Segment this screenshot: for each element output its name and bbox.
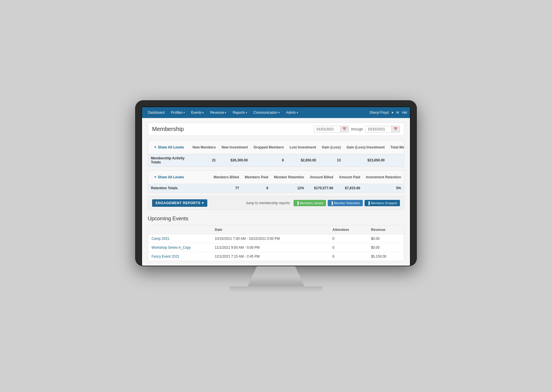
nav-admin[interactable]: Admin ▾	[283, 108, 301, 117]
engagement-reports-button[interactable]: ENGAGEMENT REPORTS ▾	[152, 199, 207, 207]
event-date: 12/1/2021 7:15 AM - 2:45 PM	[211, 252, 329, 261]
events-table-wrapper: Date Attendees Revenue Camp 2021 10/15/2…	[148, 225, 404, 261]
main-content: Membership 📅 through 📅	[142, 118, 410, 266]
nav-communication[interactable]: Communication ▾	[251, 108, 283, 117]
membership-totals-gain-loss-investment: $23,650.00	[344, 154, 388, 166]
retention-totals-members-paid: 9	[242, 184, 271, 192]
chevron-down-icon-2: ▼	[154, 175, 157, 179]
chevron-down-icon-1: ▼	[154, 146, 157, 149]
membership-activity-table: ▼ Show All Levels New Members New Invest…	[148, 141, 404, 167]
show-all-levels-btn-2[interactable]: ▼ Show All Levels	[151, 173, 208, 181]
nav-events[interactable]: Events ▾	[188, 108, 207, 117]
page-header: Membership 📅 through 📅	[148, 123, 404, 136]
event-row: Workshop Series A_Copy 11/1/2021 9:00 AM…	[148, 243, 404, 252]
col-gain-loss: Gain (Loss)	[319, 141, 344, 154]
retention-section: ▼ Show All Levels Members Billed Members…	[148, 170, 404, 193]
event-attendees: 0	[329, 234, 367, 243]
page-title: Membership	[152, 126, 184, 132]
retention-table: ▼ Show All Levels Members Billed Members…	[148, 171, 404, 192]
date-to-calendar-button[interactable]: 📅	[391, 126, 400, 132]
retention-totals-row: Retention Totals 77 9 12% $170,577.60 $7…	[148, 184, 404, 192]
event-revenue: $0.00	[367, 234, 404, 243]
retention-totals-label: Retention Totals	[148, 184, 211, 192]
date-to-input[interactable]	[365, 126, 391, 132]
retention-totals-members-billed: 77	[211, 184, 242, 192]
nav-reports[interactable]: Reports ▾	[230, 108, 250, 117]
member-retention-button[interactable]: ▐ Member Retention	[328, 200, 363, 206]
message-icon[interactable]: ✉	[396, 111, 399, 115]
date-to-wrapper: 📅	[365, 126, 400, 133]
col-gain-loss-investment: Gain (Loss) Investment	[344, 141, 388, 154]
help-label[interactable]: Hel	[402, 111, 407, 115]
membership-totals-label: Membership Activity Totals	[148, 154, 190, 166]
col-members-billed: Members Billed	[211, 171, 242, 184]
membership-totals-new-members: 21	[190, 154, 219, 166]
col-new-investment: New Investment	[219, 141, 251, 154]
upcoming-events-title: Upcoming Events	[148, 216, 404, 222]
membership-totals-dropped-members: 8	[251, 154, 287, 166]
col-members-paid: Members Paid	[242, 171, 271, 184]
revenue-chevron-icon: ▾	[225, 111, 226, 114]
event-revenue: $5,150.00	[367, 252, 404, 261]
jump-section: Jump to membership reports: ▐ Members Jo…	[246, 200, 400, 206]
col-investment-retention: Investment Retention	[363, 171, 404, 184]
col-new-members: New Members	[190, 141, 219, 154]
membership-totals-gain-loss: 13	[319, 154, 344, 166]
date-from-input[interactable]	[314, 126, 340, 132]
event-revenue: $0.00	[367, 243, 404, 252]
nav-profiles[interactable]: Profiles ▾	[168, 108, 188, 117]
event-attendees: 6	[329, 252, 367, 261]
membership-activity-table-container: ▼ Show All Levels New Members New Invest…	[148, 141, 404, 167]
membership-totals-row: Membership Activity Totals 21 $26,300.00…	[148, 154, 404, 166]
nav-dashboard[interactable]: Dashboard	[145, 108, 168, 117]
event-name-link[interactable]: Fancy Event 2021	[152, 254, 179, 258]
col-dropped-members: Dropped Members	[251, 141, 287, 154]
retention-totals-member-retention: 12%	[271, 184, 307, 192]
navbar: Dashboard Profiles ▾ Events ▾ Revenue ▾	[142, 107, 410, 118]
events-col-name	[148, 225, 211, 234]
bar-chart-icon-2: ▐	[331, 201, 333, 205]
date-from-wrapper: 📅	[314, 126, 349, 133]
date-range: 📅 through 📅	[314, 126, 400, 133]
upcoming-events-section: Upcoming Events Date Attendees Revenue	[148, 216, 404, 261]
nav-right: Sheryl Floyd ▾ ✉ Hel	[369, 111, 407, 115]
col-amount-paid: Amount Paid	[336, 171, 363, 184]
communication-chevron-icon: ▾	[278, 111, 280, 114]
retention-totals-amount-billed: $170,577.60	[307, 184, 336, 192]
members-dropped-button[interactable]: ▐ Members Dropped	[365, 200, 400, 206]
events-col-date: Date	[211, 225, 329, 234]
show-all-levels-btn-1[interactable]: ▼ Show All Levels	[151, 143, 187, 152]
col-lost-investment: Lost Investment	[287, 141, 319, 154]
jump-label: Jump to membership reports:	[246, 201, 291, 205]
engagement-bar: ENGAGEMENT REPORTS ▾ Jump to membership …	[148, 196, 404, 210]
event-date: 11/1/2021 9:00 AM - 5:00 PM	[211, 243, 329, 252]
engagement-chevron-icon: ▾	[202, 201, 204, 205]
retention-table-container: ▼ Show All Levels Members Billed Members…	[148, 171, 404, 192]
membership-totals-total-members: 513	[388, 154, 404, 166]
membership-totals-lost-investment: $2,650.00	[287, 154, 319, 166]
event-row: Camp 2021 10/15/2021 7:00 AM - 10/22/202…	[148, 234, 404, 243]
membership-totals-new-investment: $26,300.00	[219, 154, 251, 166]
date-from-calendar-button[interactable]: 📅	[340, 126, 348, 132]
events-col-revenue: Revenue	[367, 225, 404, 234]
jump-buttons: ▐ Members Joined ▐ Member Retention ▐ Me…	[294, 200, 400, 206]
reports-chevron-icon: ▾	[246, 111, 247, 114]
profiles-chevron-icon: ▾	[183, 111, 185, 114]
col-amount-billed: Amount Billed	[307, 171, 336, 184]
event-name-link[interactable]: Camp 2021	[152, 237, 169, 241]
nav-revenue[interactable]: Revenue ▾	[207, 108, 229, 117]
through-text: through	[351, 127, 363, 131]
event-name-link[interactable]: Workshop Series A_Copy	[152, 246, 191, 250]
nav-left: Dashboard Profiles ▾ Events ▾ Revenue ▾	[145, 108, 301, 117]
monitor-stand	[244, 266, 308, 286]
nav-chevron-user-icon: ▾	[392, 111, 393, 115]
col-member-retention: Member Retention	[271, 171, 307, 184]
events-col-attendees: Attendees	[329, 225, 367, 234]
user-name[interactable]: Sheryl Floyd	[369, 111, 389, 115]
admin-chevron-icon: ▾	[297, 111, 298, 114]
retention-totals-investment-retention: 5%	[363, 184, 404, 192]
monitor-base	[230, 286, 322, 292]
members-joined-button[interactable]: ▐ Members Joined	[294, 200, 326, 206]
membership-activity-section: ▼ Show All Levels New Members New Invest…	[148, 140, 404, 167]
event-attendees: 0	[329, 243, 367, 252]
